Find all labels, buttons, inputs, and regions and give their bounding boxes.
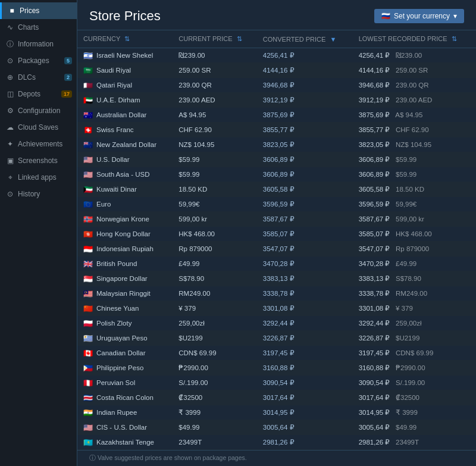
sidebar-item-achievements[interactable]: ✦ Achievements	[0, 136, 77, 152]
flag-20: 🇨🇦	[83, 349, 93, 356]
set-currency-button[interactable]: 🇷🇺 Set your currency ▾	[374, 9, 464, 23]
converted-price-17: 3301,08 ₽	[257, 301, 353, 316]
flag-7: 🇺🇸	[83, 156, 93, 163]
col-header-currency[interactable]: CURRENCY ⇅	[77, 30, 173, 48]
currency-name-25: CIS - U.S. Dollar	[96, 424, 147, 431]
table-row: 🇨🇳Chinese Yuan¥ 3793301,08 ₽3301,08 ₽ ¥ …	[77, 301, 476, 316]
sidebar-label-dlcs: DLCs	[18, 73, 36, 82]
flag-15: 🇸🇬	[83, 275, 93, 282]
achievements-icon: ✦	[6, 140, 14, 148]
current-price-23: ₡32500	[173, 390, 257, 405]
sidebar-label-cloud-saves: Cloud Saves	[18, 123, 58, 132]
currency-name-11: Norwegian Krone	[96, 215, 149, 223]
converted-price-18: 3292,44 ₽	[257, 316, 353, 331]
currency-name-24: Indian Rupee	[96, 409, 137, 416]
lowest-price-17: 3301,08 ₽ ¥ 379	[353, 301, 476, 316]
current-price-14: £49.99	[173, 257, 257, 271]
sidebar-item-configuration[interactable]: ⚙ Configuration	[0, 102, 77, 119]
lowest-price-19: 3226,87 ₽ $U2199	[353, 331, 476, 346]
flag-6: 🇳🇿	[83, 141, 93, 148]
sidebar-item-history[interactable]: ⊙ History	[0, 186, 77, 202]
sidebar-label-screenshots: Screenshots	[18, 157, 58, 165]
table-row: 🇲🇾Malaysian RinggitRM249.003338,78 ₽3338…	[77, 286, 476, 301]
currency-name-13: Indonesian Rupiah	[96, 245, 154, 252]
footer-note: ⓘ Valve suggested prices are shown on pa…	[77, 450, 476, 466]
sidebar-label-prices: Prices	[20, 7, 39, 15]
currency-name-15: Singapore Dollar	[96, 275, 148, 282]
converted-price-0: 4256,41 ₽	[257, 48, 353, 63]
flag-10: 🇪🇺	[83, 201, 93, 208]
lowest-price-0: 4256,41 ₽ ₪239.00	[353, 48, 476, 63]
sidebar-item-cloud-saves[interactable]: ☁ Cloud Saves	[0, 119, 77, 136]
main-header: Store Prices 🇷🇺 Set your currency ▾	[77, 0, 476, 30]
page-title: Store Prices	[89, 8, 161, 24]
lowest-price-9: 3605,58 ₽ 18.50 KD	[353, 182, 476, 197]
dlcs-icon: ⊕	[6, 73, 14, 82]
flag-0: 🇮🇱	[83, 52, 93, 59]
table-row: 🇸🇬Singapore DollarS$78.903383,13 ₽3383,1…	[77, 271, 476, 286]
lowest-price-15: 3383,13 ₽ S$78.90	[353, 271, 476, 286]
lowest-price-26: 2981,26 ₽ 23499T	[353, 435, 476, 450]
current-price-24: ₹ 3999	[173, 405, 257, 420]
set-currency-label: Set your currency	[394, 12, 450, 20]
sidebar-label-packages: Packages	[18, 57, 49, 65]
sidebar-item-dlcs[interactable]: ⊕ DLCs 2	[0, 69, 77, 86]
sidebar-item-screenshots[interactable]: ▣ Screenshots	[0, 152, 77, 169]
lowest-price-22: 3090,54 ₽ S/.199.00	[353, 376, 476, 390]
history-icon: ⊙	[6, 190, 14, 198]
flag-23: 🇨🇷	[83, 394, 93, 401]
lowest-price-18: 3292,44 ₽ 259,00zł	[353, 316, 476, 331]
current-price-8: $59.99	[173, 167, 257, 182]
table-row: 🇮🇩Indonesian RupiahRp 8790003547,07 ₽354…	[77, 242, 476, 257]
sidebar-item-linked-apps[interactable]: ⌖ Linked apps	[0, 169, 77, 186]
sidebar-item-charts[interactable]: ∿ Charts	[0, 19, 77, 36]
flag-16: 🇲🇾	[83, 290, 93, 297]
currency-name-7: U.S. Dollar	[96, 156, 130, 163]
lowest-price-25: 3005,64 ₽ $49.99	[353, 420, 476, 435]
current-price-19: $U2199	[173, 331, 257, 346]
prices-table-container[interactable]: CURRENCY ⇅ CURRENT PRICE ⇅ CONVERTED PRI…	[77, 30, 476, 450]
current-price-12: HK$ 468.00	[173, 227, 257, 242]
sidebar-item-information[interactable]: ⓘ Information	[0, 36, 77, 52]
table-row: 🇦🇺Australian DollarA$ 94.953875,69 ₽3875…	[77, 108, 476, 123]
col-header-lowest-recorded[interactable]: LOWEST RECORDED PRICE ⇅	[353, 30, 476, 48]
cloud-saves-icon: ☁	[6, 123, 14, 132]
converted-price-3: 3912,19 ₽	[257, 93, 353, 108]
table-row: 🇨🇭Swiss FrancCHF 62.903855,77 ₽3855,77 ₽…	[77, 123, 476, 137]
flag-11: 🇳🇴	[83, 215, 93, 223]
sidebar-item-packages[interactable]: ⊙ Packages 5	[0, 52, 77, 69]
lowest-price-20: 3197,45 ₽ CDN$ 69.99	[353, 346, 476, 361]
current-price-1: 259.00 SR	[173, 63, 257, 78]
converted-price-5: 3855,77 ₽	[257, 123, 353, 137]
converted-price-26: 2981,26 ₽	[257, 435, 353, 450]
converted-price-12: 3585,07 ₽	[257, 227, 353, 242]
currency-name-22: Peruvian Sol	[96, 379, 135, 386]
flag-14: 🇬🇧	[83, 260, 93, 267]
lowest-price-24: 3014,95 ₽ ₹ 3999	[353, 405, 476, 420]
current-price-22: S/.199.00	[173, 376, 257, 390]
current-price-0: ₪239.00	[173, 48, 257, 63]
currency-name-0: Israeli New Shekel	[96, 52, 153, 59]
table-row: 🇮🇱Israeli New Shekel₪239.004256,41 ₽4256…	[77, 48, 476, 63]
current-price-25: $49.99	[173, 420, 257, 435]
sidebar-item-prices[interactable]: ■ Prices	[0, 2, 77, 19]
sidebar-item-depots[interactable]: ◫ Depots 17	[0, 86, 77, 102]
flag-8: 🇺🇸	[83, 171, 93, 178]
currency-flag: 🇷🇺	[381, 12, 390, 20]
converted-price-4: 3875,69 ₽	[257, 108, 353, 123]
col-header-converted-price[interactable]: CONVERTED PRICE ▼	[257, 30, 353, 48]
current-price-26: 23499T	[173, 435, 257, 450]
col-header-current-price[interactable]: CURRENT PRICE ⇅	[173, 30, 257, 48]
sort-icon-currency: ⇅	[124, 35, 130, 42]
current-price-7: $59.99	[173, 152, 257, 167]
table-row: 🇨🇦Canadian DollarCDN$ 69.993197,45 ₽3197…	[77, 346, 476, 361]
lowest-price-7: 3606,89 ₽ $59.99	[353, 152, 476, 167]
current-price-9: 18.50 KD	[173, 182, 257, 197]
configuration-icon: ⚙	[6, 107, 14, 115]
lowest-price-3: 3912,19 ₽ 239.00 AED	[353, 93, 476, 108]
currency-name-14: British Pound	[96, 260, 137, 267]
dlcs-badge: 2	[64, 74, 72, 81]
lowest-price-2: 3946,68 ₽ 239.00 QR	[353, 78, 476, 93]
converted-price-15: 3383,13 ₽	[257, 271, 353, 286]
lowest-price-21: 3160,88 ₽ ₱2990.00	[353, 361, 476, 376]
